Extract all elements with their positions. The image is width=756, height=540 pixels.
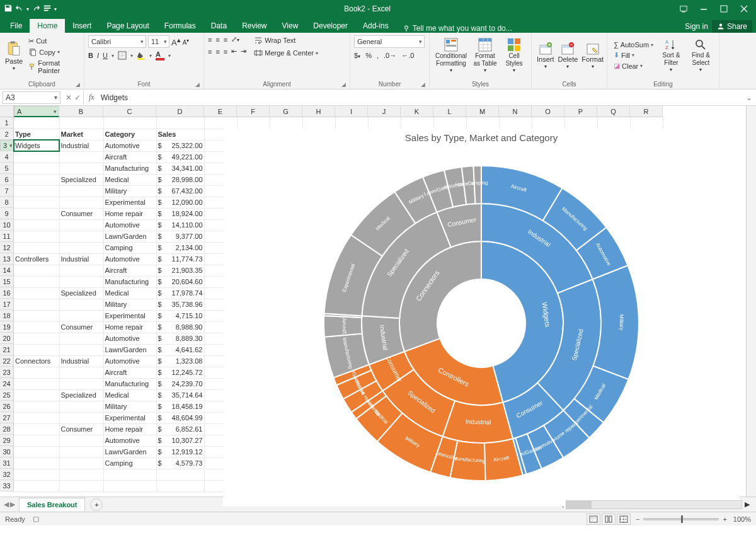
col-header-L[interactable]: L <box>433 106 466 117</box>
cell-B5[interactable] <box>59 163 103 174</box>
close-icon[interactable] <box>735 3 753 15</box>
col-header-N[interactable]: N <box>499 106 532 117</box>
row-header-25[interactable]: 25 <box>0 389 14 401</box>
cell-D11[interactable]: $9,377.00 <box>156 231 204 242</box>
macro-record-icon[interactable]: ▢ <box>33 515 39 523</box>
cell-C28[interactable]: Home repair <box>103 423 156 435</box>
cell-C19[interactable]: Home repair <box>103 321 156 333</box>
cell-B24[interactable] <box>59 378 103 389</box>
increase-font-icon[interactable]: A▴ <box>171 36 181 47</box>
cell-E1[interactable] <box>204 117 237 129</box>
cell-C25[interactable]: Medical <box>103 389 156 401</box>
cell-B4[interactable] <box>59 151 103 163</box>
cell-A5[interactable] <box>14 163 59 174</box>
cell-D20[interactable]: $8,889.30 <box>156 333 204 344</box>
cell-D4[interactable]: $49,221.00 <box>156 151 204 163</box>
row-header-18[interactable]: 18 <box>0 310 14 321</box>
cell-C1[interactable] <box>103 117 156 129</box>
cell-C22[interactable]: Automotive <box>103 355 156 367</box>
cell-L1[interactable] <box>433 117 466 129</box>
tab-page-layout[interactable]: Page Layout <box>99 19 156 33</box>
cell-A16[interactable] <box>14 287 59 299</box>
cell-B18[interactable] <box>59 310 103 321</box>
cell-A1[interactable] <box>14 117 59 129</box>
cell-B21[interactable] <box>59 344 103 355</box>
zoom-level[interactable]: 100% <box>733 515 751 523</box>
underline-button[interactable]: U <box>103 52 108 59</box>
undo-dropdown-icon[interactable]: ▾ <box>26 6 29 12</box>
cell-K1[interactable] <box>401 117 433 129</box>
cell-A9[interactable] <box>14 208 59 219</box>
cell-C5[interactable]: Manufacturing <box>103 163 156 174</box>
vertical-scrollbar[interactable] <box>746 106 756 497</box>
sheet-nav-prev-icon[interactable]: ◀ <box>4 500 9 508</box>
comma-format-button[interactable]: , <box>377 52 379 59</box>
save-icon[interactable] <box>4 4 13 14</box>
col-header-K[interactable]: K <box>401 106 433 117</box>
cell-A32[interactable] <box>14 469 59 480</box>
tab-developer[interactable]: Developer <box>306 19 355 33</box>
cell-D6[interactable]: $28,998.00 <box>156 174 204 185</box>
cell-A29[interactable] <box>14 435 59 446</box>
cell-B11[interactable] <box>59 231 103 242</box>
cell-M1[interactable] <box>466 117 499 129</box>
paste-button[interactable]: Paste▾ <box>4 38 24 73</box>
cell-B1[interactable] <box>59 117 103 129</box>
cell-A17[interactable] <box>14 299 59 310</box>
cell-D5[interactable]: $34,341.00 <box>156 163 204 174</box>
conditional-formatting-button[interactable]: Conditional Formatting ▾ <box>433 36 469 75</box>
cell-C31[interactable]: Camping <box>103 457 156 469</box>
cancel-formula-icon[interactable]: ✕ <box>66 93 72 102</box>
clear-button[interactable]: ◪Clear▾ <box>611 61 656 71</box>
sunburst-chart[interactable]: Sales by Type, Market and Category Widge… <box>223 129 740 507</box>
cell-C2[interactable]: Category <box>103 129 156 140</box>
cell-B13[interactable]: Industrial <box>59 253 103 265</box>
row-header-4[interactable]: 4 <box>0 151 14 163</box>
share-button[interactable]: Share <box>712 20 752 33</box>
cell-C3[interactable]: Automotive <box>103 140 156 151</box>
cell-C21[interactable]: Lawn/Garden <box>103 344 156 355</box>
cell-B28[interactable]: Consumer <box>59 423 103 435</box>
clipboard-launcher-icon[interactable]: ◢ <box>76 81 80 88</box>
decrease-font-icon[interactable]: A▾ <box>183 37 190 46</box>
expand-formula-bar-icon[interactable]: ⌄ <box>742 93 756 102</box>
row-header-30[interactable]: 30 <box>0 446 14 457</box>
cell-F1[interactable] <box>237 117 270 129</box>
row-header-21[interactable]: 21 <box>0 344 14 355</box>
cell-A21[interactable] <box>14 344 59 355</box>
cell-C20[interactable]: Automotive <box>103 333 156 344</box>
cell-C29[interactable]: Automotive <box>103 435 156 446</box>
cell-C24[interactable]: Manufacturing <box>103 378 156 389</box>
cell-C27[interactable]: Experimental <box>103 412 156 423</box>
cell-D19[interactable]: $8,988.90 <box>156 321 204 333</box>
insert-cells-button[interactable]: Insert▾ <box>536 40 556 71</box>
cell-A22[interactable]: Connectors <box>14 355 59 367</box>
ribbon-display-options-icon[interactable] <box>674 3 693 15</box>
qat-customize-icon[interactable] <box>43 4 52 14</box>
cell-D27[interactable]: $48,604.99 <box>156 412 204 423</box>
tab-review[interactable]: Review <box>234 19 274 33</box>
font-color-button[interactable]: A <box>156 50 164 60</box>
zoom-slider[interactable] <box>643 518 719 520</box>
row-header-17[interactable]: 17 <box>0 299 14 310</box>
cell-B19[interactable]: Consumer <box>59 321 103 333</box>
cell-C18[interactable]: Experimental <box>103 310 156 321</box>
cell-B2[interactable]: Market <box>59 129 103 140</box>
row-header-31[interactable]: 31 <box>0 457 14 469</box>
cell-A10[interactable] <box>14 219 59 231</box>
cell-C23[interactable]: Aircraft <box>103 367 156 378</box>
row-header-32[interactable]: 32 <box>0 469 14 480</box>
cell-B6[interactable]: Specialized <box>59 174 103 185</box>
fill-color-button[interactable] <box>137 51 146 60</box>
row-header-5[interactable]: 5 <box>0 163 14 174</box>
cell-D12[interactable]: $2,134.00 <box>156 242 204 253</box>
qat-dropdown-icon[interactable]: ▾ <box>54 6 57 12</box>
formula-input[interactable]: fx Widgets <box>83 91 742 105</box>
cell-C8[interactable]: Experimental <box>103 197 156 208</box>
cut-button[interactable]: ✂Cut <box>26 37 80 46</box>
row-header-22[interactable]: 22 <box>0 355 14 367</box>
cell-A15[interactable] <box>14 276 59 287</box>
cell-C14[interactable]: Aircraft <box>103 265 156 276</box>
row-header-1[interactable]: 1 <box>0 117 14 129</box>
find-select-button[interactable]: Find & Select▾ <box>687 37 715 74</box>
